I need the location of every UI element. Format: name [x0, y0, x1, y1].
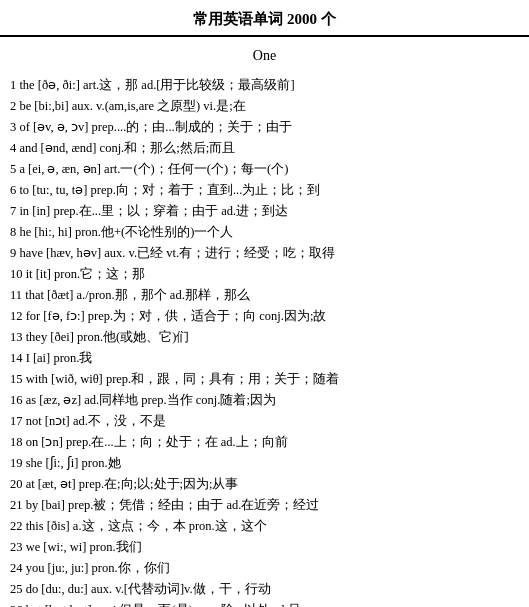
list-item: 10 it [it] pron.它；这；那	[10, 264, 519, 285]
list-item: 4 and [ənd, ænd] conj.和；那么;然后;而且	[10, 138, 519, 159]
subtitle: One	[0, 41, 529, 73]
list-item: 6 to [tu:, tu, tə] prep.向；对；着于；直到...为止；比…	[10, 180, 519, 201]
list-item: 14 I [ai] pron.我	[10, 348, 519, 369]
list-item: 9 have [hæv, həv] aux. v.已经 vt.有；进行；经受；吃…	[10, 243, 519, 264]
list-item: 20 at [æt, ət] prep.在;向;以;处于;因为;从事	[10, 474, 519, 495]
list-item: 16 as [æz, əz] ad.同样地 prep.当作 conj.随着;因为	[10, 390, 519, 411]
list-item: 15 with [wið, wiθ] prep.和，跟，同；具有；用；关于；随着	[10, 369, 519, 390]
word-list: 1 the [ðə, ði:] art.这，那 ad.[用于比较级；最高级前]2…	[0, 73, 529, 607]
list-item: 1 the [ðə, ði:] art.这，那 ad.[用于比较级；最高级前]	[10, 75, 519, 96]
list-item: 18 on [ɔn] prep.在...上；向；处于；在 ad.上；向前	[10, 432, 519, 453]
list-item: 21 by [bai] prep.被；凭借；经由；由于 ad.在近旁；经过	[10, 495, 519, 516]
list-item: 5 a [ei, ə, æn, ən] art.一(个)；任何一(个)；每一(个…	[10, 159, 519, 180]
list-item: 17 not [nɔt] ad.不，没，不是	[10, 411, 519, 432]
list-item: 7 in [in] prep.在...里；以；穿着；由于 ad.进；到达	[10, 201, 519, 222]
list-item: 13 they [ðei] pron.他(或她、它)们	[10, 327, 519, 348]
list-item: 26 but [bʌt,bət] conj.但是；而(是) prep.除...以…	[10, 600, 519, 607]
list-item: 22 this [ðis] a.这，这点；今，本 pron.这，这个	[10, 516, 519, 537]
list-item: 25 do [du:, du:] aux. v.[代替动词]v.做，干，行动	[10, 579, 519, 600]
page-title: 常用英语单词 2000 个	[0, 0, 529, 37]
list-item: 3 of [əv, ə, ɔv] prep....的；由...制成的；关于；由于	[10, 117, 519, 138]
list-item: 12 for [fə, fɔ:] prep.为；对，供，适合于；向 conj.因…	[10, 306, 519, 327]
list-item: 23 we [wi:, wi] pron.我们	[10, 537, 519, 558]
list-item: 11 that [ðæt] a./pron.那，那个 ad.那样，那么	[10, 285, 519, 306]
list-item: 2 be [bi:,bi] aux. v.(am,is,are 之原型) vi.…	[10, 96, 519, 117]
list-item: 19 she [ʃi:, ʃi] pron.她	[10, 453, 519, 474]
list-item: 24 you [ju:, ju:] pron.你，你们	[10, 558, 519, 579]
list-item: 8 he [hi:, hi] pron.他+(不论性别的)一个人	[10, 222, 519, 243]
